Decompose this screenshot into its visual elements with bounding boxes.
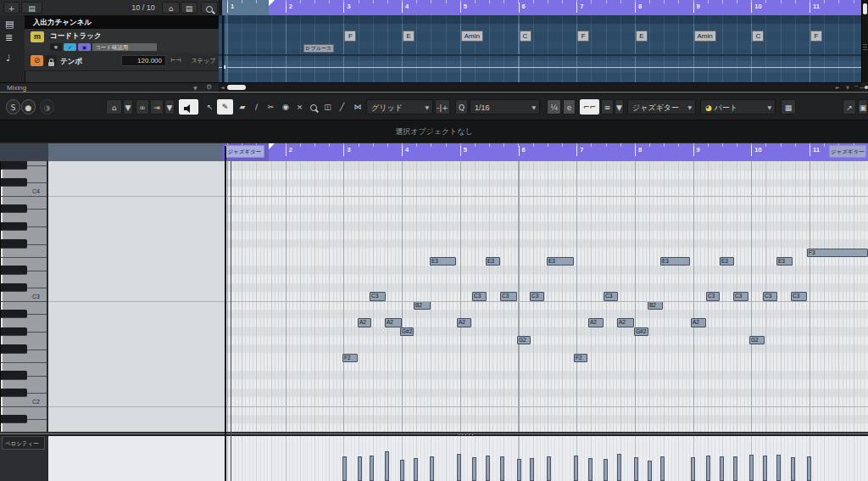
line-tool[interactable]: ╱ (336, 99, 348, 115)
editor-locator-start-marker[interactable] (269, 143, 275, 149)
home-button[interactable]: ⌂ (162, 2, 180, 14)
black-key[interactable] (1, 178, 27, 187)
find-track-button[interactable] (201, 2, 218, 14)
tempo-range-button[interactable]: ⊢⊣ (169, 55, 183, 66)
chord-event[interactable]: C (520, 31, 531, 42)
midi-note[interactable]: E3 (430, 257, 456, 266)
scale-event[interactable]: D ブルース 1 (303, 44, 334, 53)
quantize-swing-button[interactable]: ¼ (547, 99, 561, 115)
autoscroll-button[interactable]: ⇥ (150, 99, 164, 115)
midi-note[interactable]: F3 (807, 249, 868, 257)
part-end-flag[interactable]: ジャズギター (829, 145, 866, 158)
erase-tool[interactable]: ▰ (236, 99, 249, 115)
trim-tool[interactable]: ∕ (250, 99, 263, 115)
tempo-note-icon[interactable]: ♩ (6, 53, 10, 64)
tempo-track-row[interactable]: ⊘ テンポ 120.000 ⊢⊣ ステップ (25, 52, 219, 71)
chord-overlap-icon[interactable]: ▣ (78, 43, 91, 51)
zoom-tool[interactable] (307, 99, 320, 115)
color-mode-select[interactable]: ◕パート▼ (700, 99, 776, 115)
project-ruler[interactable]: 1234567891011 (219, 0, 861, 15)
zoom-minus[interactable]: − (854, 83, 859, 90)
black-key[interactable] (1, 310, 27, 318)
black-key[interactable] (1, 371, 27, 379)
keyboard-focus-button[interactable]: ▦ (781, 99, 796, 115)
snap-button[interactable]: ⋈ (351, 99, 364, 115)
chord-event[interactable]: E (636, 31, 648, 42)
midi-note[interactable]: F2 (574, 354, 587, 362)
hscroll-left-arrow[interactable]: ◄ (220, 84, 225, 90)
cycle-audition-button[interactable]: ◑ (40, 99, 54, 115)
black-key[interactable] (1, 239, 27, 248)
gear-icon[interactable]: ⚙ (206, 83, 212, 91)
track-select[interactable]: ジャズギター▼ (627, 99, 696, 115)
velocity-bar[interactable] (617, 454, 621, 481)
hscroll-right-arrow[interactable]: ► (836, 84, 840, 90)
velocity-bar[interactable] (547, 456, 551, 481)
midi-note[interactable]: C3 (500, 292, 517, 300)
tempo-lock-icon[interactable] (45, 55, 57, 66)
quantize-select[interactable]: 1/16▼ (470, 99, 540, 115)
autoscroll-dropdown[interactable]: ▼ (164, 99, 175, 115)
project-vscrollbar[interactable] (861, 0, 868, 82)
mute-tool[interactable]: × (293, 99, 306, 115)
velocity-bar[interactable] (414, 458, 418, 481)
tempo-activate-button[interactable]: ⊘ (31, 55, 43, 66)
link-editors-button[interactable]: ∞ (136, 99, 149, 115)
velocity-bar[interactable] (706, 456, 710, 481)
black-key[interactable] (1, 204, 27, 213)
midi-note[interactable]: G#2 (400, 327, 414, 336)
velocity-bar[interactable] (776, 455, 781, 481)
chord-event[interactable]: Amin (694, 31, 716, 42)
solo-button[interactable]: S (6, 99, 20, 115)
open-in-window-button[interactable]: ↗ (843, 99, 856, 115)
split-tool[interactable]: ✂ (264, 99, 278, 115)
midi-note[interactable]: A2 (457, 318, 471, 327)
piano-keyboard[interactable]: C4C3C2 (0, 161, 48, 432)
velocity-bar[interactable] (400, 460, 404, 481)
velocity-bar[interactable] (588, 458, 593, 481)
zoom-preset-caret[interactable]: ▼ (846, 85, 849, 90)
note-grid[interactable]: F2A2C3A2G#2B2E3A2C3E3C3G2C3E3F2A2C3A2G#2… (225, 161, 868, 432)
midi-note[interactable]: C3 (472, 292, 487, 300)
io-channels-header[interactable]: 入出力チャンネル (25, 15, 219, 29)
midi-note[interactable]: B2 (648, 301, 663, 310)
quantize-badge[interactable]: Q (455, 99, 468, 115)
midi-note[interactable]: E3 (486, 257, 500, 266)
midi-note[interactable]: C3 (791, 292, 807, 300)
vscroll-thumb[interactable] (863, 3, 867, 14)
chord-event[interactable]: E (403, 31, 415, 42)
comp-tool[interactable]: ◫ (320, 99, 335, 115)
locator-start-marker[interactable] (269, 0, 275, 6)
midi-note[interactable]: G2 (517, 336, 531, 344)
velocity-bar[interactable] (472, 457, 476, 481)
tempo-curve-line[interactable] (219, 67, 861, 68)
midi-note[interactable]: E3 (660, 257, 690, 266)
midi-note[interactable]: G#2 (634, 327, 648, 336)
black-key[interactable] (1, 327, 27, 336)
velocity-bar[interactable] (486, 456, 490, 481)
window-mode-button[interactable]: ▣ (858, 99, 868, 115)
chord-event[interactable]: Amin (461, 31, 483, 42)
chord-adaptive-voicing-field[interactable]: コード確認用 (92, 43, 157, 51)
midi-note[interactable]: C3 (604, 292, 618, 300)
snap-offset-button[interactable]: -|+ (435, 99, 450, 115)
midi-note[interactable]: E3 (776, 257, 793, 266)
glue-tool[interactable]: ◉ (279, 99, 292, 115)
chord-monitor-icon[interactable]: ✓ (64, 43, 76, 51)
velocity-bar[interactable] (500, 456, 504, 481)
part-start-flag[interactable]: ジャズギター (225, 145, 264, 158)
chord-event[interactable]: C (752, 31, 764, 42)
chord-event[interactable]: F (810, 31, 822, 42)
multi-part-button[interactable]: ≡ (601, 99, 614, 115)
velocity-bar[interactable] (763, 456, 767, 481)
velocity-bar[interactable] (430, 456, 434, 481)
midi-note[interactable]: C3 (370, 292, 386, 300)
track-lanes[interactable]: FEAminCFEAminCF D ブルース 1 (219, 15, 861, 82)
chord-event[interactable]: F (577, 31, 589, 42)
velocity-bar[interactable] (807, 456, 811, 481)
black-key[interactable] (1, 389, 27, 397)
chord-event[interactable]: F (344, 31, 356, 42)
chord-mute-button[interactable]: m (31, 31, 44, 42)
black-key[interactable] (1, 415, 27, 423)
midi-note[interactable]: G2 (749, 336, 765, 344)
